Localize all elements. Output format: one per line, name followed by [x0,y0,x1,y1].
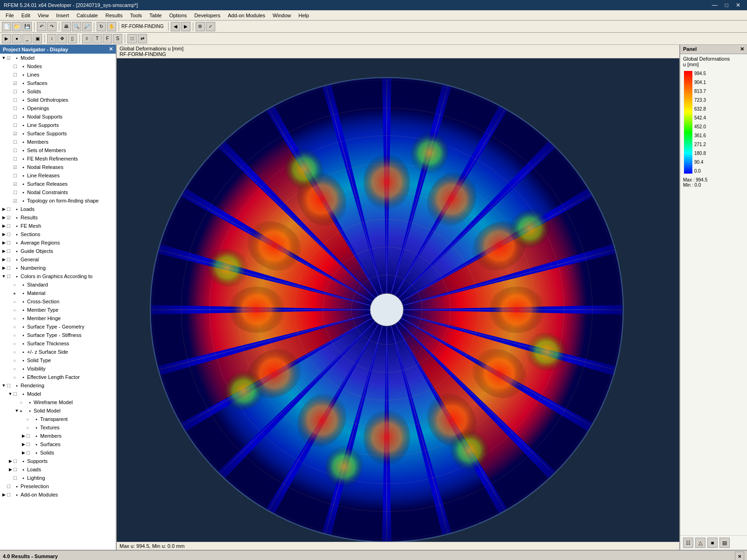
tb-pan[interactable]: ✋ [107,22,116,31]
results-close-button[interactable]: ✕ [735,552,744,560]
tree-item[interactable]: ▶☐▪Loads [0,205,116,213]
tb-print[interactable]: 🖶 [62,22,71,31]
tree-item[interactable]: ☐▪Openings [0,104,116,112]
tree-item[interactable]: ○▪+/- z Surface Side [0,348,116,356]
tree-item[interactable]: ○▪Cross-Section [0,297,116,306]
tree-item[interactable]: ☑▪Surface Releases [0,180,116,188]
maximize-button[interactable]: □ [722,2,731,8]
tree-item[interactable]: ▶☐▪Add-on Modules [0,490,116,499]
tree-item[interactable]: ○▪Transparent [0,415,116,423]
tb-save[interactable]: 💾 [22,22,32,31]
menu-file[interactable]: File [2,12,18,19]
tree-item[interactable]: ☐▪Solids [0,87,116,96]
tree-item[interactable]: ▶☐▪General [0,255,116,264]
tree-item[interactable]: ☐▪FE Mesh Refinements [0,154,116,163]
tb2-select[interactable]: ▶ [2,34,11,43]
tree-item[interactable]: ☐▪Sets of Members [0,146,116,154]
panel-close-button[interactable]: ✕ [740,46,744,52]
menu-view[interactable]: View [34,12,53,19]
panel-icon-render[interactable]: △ [695,538,705,548]
tree-item[interactable]: ○▪Member Type [0,306,116,314]
menu-tools[interactable]: Tools [126,12,146,19]
menu-table[interactable]: Table [146,12,165,19]
tb2-node[interactable]: ● [12,34,21,43]
tree-item[interactable]: ○▪Visibility [0,364,116,373]
tb2-view-side[interactable]: S [113,34,122,43]
tree-item[interactable]: ▶☐▪Members [0,432,116,440]
menu-options[interactable]: Options [165,12,190,19]
tree-item[interactable]: ○▪Textures [0,423,116,432]
menu-results[interactable]: Results [102,12,127,19]
tree-item[interactable]: ☑▪Topology on form-finding shape [0,196,116,205]
tree-item[interactable]: ☑▪Surface Supports [0,129,116,138]
tb2-line[interactable]: ⎯ [22,34,32,43]
tree-item[interactable]: ○▪Surface Type - Stiffness [0,331,116,339]
tree-item[interactable]: ▼☑▪Model [0,54,116,62]
tree-item[interactable]: ☐▪Lighting [0,474,116,482]
tree-item[interactable]: ▼☐▪Colors in Graphics According to [0,272,116,280]
tb2-fit[interactable]: □ [127,34,137,43]
tb-rotate[interactable]: ↻ [97,22,106,31]
tree-item[interactable]: ☐▪Members [0,138,116,146]
tb-redo[interactable]: ↷ [47,22,56,31]
tb2-view-top[interactable]: T [92,34,102,43]
tree-item[interactable]: ☐▪Nodal Constraints [0,188,116,196]
menu-help[interactable]: Help [295,12,313,19]
tree-item[interactable]: ▶☐▪Average Regions [0,238,116,247]
tree-item[interactable]: ○▪Effective Length Factor [0,373,116,381]
tb-prev[interactable]: ◀ [171,22,180,31]
tree-item[interactable]: ●▪Material [0,289,116,297]
nav-close-button[interactable]: ✕ [109,46,113,52]
minimize-button[interactable]: — [709,2,720,8]
tree-item[interactable]: ▶☐▪Loads [0,465,116,474]
menu-window[interactable]: Window [269,12,295,19]
panel-icon-color[interactable]: ■ [707,538,718,548]
tree-item[interactable]: ☐▪Line Releases [0,171,116,180]
nav-tree[interactable]: ▼☑▪Model☐▪Nodes☐▪Lines☑▪Surfaces☐▪Solids… [0,54,116,550]
tree-item[interactable]: ☐▪Lines [0,70,116,79]
tree-item[interactable]: ☐▪Nodal Supports [0,112,116,121]
tree-item[interactable]: ○▪Surface Type - Geometry [0,322,116,331]
tb-next[interactable]: ▶ [181,22,190,31]
tb2-zoom-all[interactable]: ⇄ [138,34,147,43]
tree-item[interactable]: ▼●▪Solid Model [0,406,116,415]
panel-icon-grid[interactable]: ☷ [683,538,693,548]
tb2-move[interactable]: ↕ [47,34,56,43]
tree-item[interactable]: ☐▪Preselection [0,482,116,490]
tree-item[interactable]: ▶☐▪FE Mesh [0,222,116,230]
tb-undo[interactable]: ↶ [37,22,46,31]
viewport[interactable] [117,58,679,542]
tree-item[interactable]: ○▪Member Hinge [0,314,116,322]
tb2-scale[interactable]: ✥ [57,34,67,43]
menu-developers[interactable]: Developers [190,12,224,19]
tree-item[interactable]: ▶☑▪Results [0,213,116,222]
tree-item[interactable]: ▶☐▪Surfaces [0,440,116,448]
tree-item[interactable]: ▼☐▪Model [0,390,116,398]
tree-item[interactable]: ▶☐▪Guide Objects [0,247,116,255]
tb-zoom-in[interactable]: 🔍 [72,22,81,31]
tree-item[interactable]: ▶☐▪Solids [0,448,116,457]
tree-item[interactable]: ☐▪Line Supports [0,121,116,129]
tree-item[interactable]: ○▪Surface Thickness [0,339,116,348]
tree-item[interactable]: ☑▪Surfaces [0,79,116,87]
menu-addon[interactable]: Add-on Modules [224,12,269,19]
tree-item[interactable]: ▼☐▪Rendering [0,381,116,390]
menu-insert[interactable]: Insert [52,12,73,19]
tb-open[interactable]: 📁 [12,22,21,31]
tree-item[interactable]: ○▪Solid Type [0,356,116,364]
tb2-view-front[interactable]: F [103,34,112,43]
tree-item[interactable]: ▶☐▪Supports [0,457,116,465]
menu-edit[interactable]: Edit [18,12,34,19]
tree-item[interactable]: ☑▪Nodal Releases [0,163,116,171]
tree-item[interactable]: ☐▪Nodes [0,62,116,70]
tb2-copy[interactable]: ▯ [68,34,77,43]
tree-item[interactable]: ▶☐▪Numbering [0,264,116,272]
tb-calc[interactable]: ⚙ [196,22,205,31]
tree-item[interactable]: ○▪Standard [0,280,116,289]
tb-new[interactable]: 📄 [2,22,11,31]
panel-icon-settings[interactable]: ▤ [719,538,730,548]
tb-zoom-out[interactable]: 🔎 [82,22,92,31]
tree-item[interactable]: ☐▪Solid Orthotropies [0,96,116,104]
tb-check[interactable]: ✓ [206,22,215,31]
menu-calculate[interactable]: Calculate [73,12,102,19]
